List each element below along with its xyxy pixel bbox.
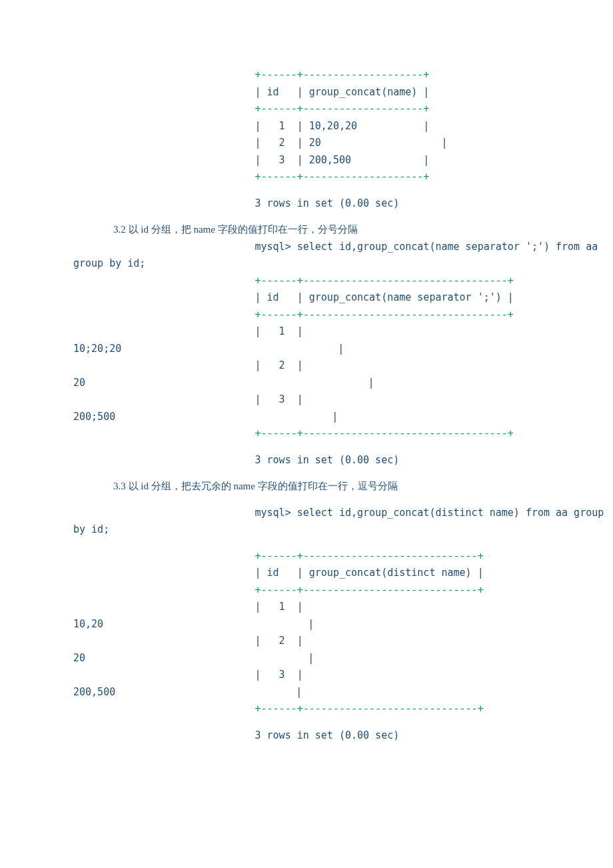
table-border: +------+-----------------------------+ bbox=[159, 548, 540, 565]
table-row-cont: 200,500 | bbox=[73, 684, 540, 701]
sql-query-continuation: by id; bbox=[73, 521, 540, 539]
summary-text: 3 rows in set (0.00 sec) bbox=[159, 452, 540, 469]
table-row: | 2 | bbox=[159, 357, 540, 375]
table-row: | 2 | 20 | bbox=[159, 135, 540, 152]
table-border-wrap: +------+-----------------------------+ bbox=[159, 701, 540, 718]
table-row: | 3 | bbox=[159, 667, 540, 684]
table-border: +------+-----------------------------+ bbox=[159, 582, 540, 599]
table-border-wrap: +------+--------------------------------… bbox=[159, 425, 540, 443]
table-border: +------+--------------------------------… bbox=[159, 307, 540, 324]
table-border: +------+--------------------+ bbox=[159, 101, 540, 118]
table-row: | 3 | bbox=[159, 391, 540, 409]
table-border: +------+--------------------+ bbox=[159, 169, 540, 186]
table-row: | 3 | 200,500 | bbox=[159, 152, 540, 169]
table-row: | 1 | bbox=[159, 599, 540, 616]
table-row: | 2 | bbox=[159, 633, 540, 650]
result-table-1: +------+--------------------+ | id | gro… bbox=[159, 67, 540, 186]
table-row-cont: 200;500 | bbox=[73, 409, 540, 426]
section-heading-3-2: 3.2 以 id 分组，把 name 字段的值打印在一行，分号分隔 bbox=[113, 221, 540, 239]
result-table-3: +------+-----------------------------+ |… bbox=[159, 548, 540, 599]
table-row: | 1 | 10,20,20 | bbox=[159, 118, 540, 135]
table-row-cont: 20 | bbox=[73, 375, 540, 392]
table-row-cont: 20 | bbox=[73, 650, 540, 667]
result-summary: 3 rows in set (0.00 sec) bbox=[159, 452, 540, 469]
table-header: | id | group_concat(name) | bbox=[159, 84, 540, 101]
summary-text: 3 rows in set (0.00 sec) bbox=[159, 195, 540, 213]
table-row-cont: 10;20;20 | bbox=[73, 341, 540, 358]
result-summary: 3 rows in set (0.00 sec) bbox=[159, 195, 540, 213]
summary-text: 3 rows in set (0.00 sec) bbox=[159, 727, 540, 745]
table-row: | 1 | bbox=[159, 323, 540, 341]
table-border: +------+-----------------------------+ bbox=[159, 701, 540, 718]
sql-query-continuation: group by id; bbox=[73, 255, 540, 273]
table-border: +------+--------------------------------… bbox=[159, 425, 540, 443]
table-border: +------+--------------------+ bbox=[159, 67, 540, 84]
result-summary: 3 rows in set (0.00 sec) bbox=[159, 727, 540, 745]
table-row-cont: 10,20 | bbox=[73, 616, 540, 633]
sql-query-line: mysql> select id,group_concat(name separ… bbox=[159, 239, 540, 256]
table-border: +------+--------------------------------… bbox=[159, 273, 540, 290]
table-header: | id | group_concat(distinct name) | bbox=[159, 565, 540, 582]
sql-query-line: mysql> select id,group_concat(distinct n… bbox=[159, 505, 540, 522]
section-heading-3-3: 3.3 以 id 分组，把去冗余的 name 字段的值打印在一行，逗号分隔 bbox=[113, 478, 540, 495]
result-table-2: +------+--------------------------------… bbox=[159, 273, 540, 324]
table-header: | id | group_concat(name separator ';') … bbox=[159, 289, 540, 307]
document-page: +------+--------------------+ | id | gro… bbox=[0, 0, 613, 784]
